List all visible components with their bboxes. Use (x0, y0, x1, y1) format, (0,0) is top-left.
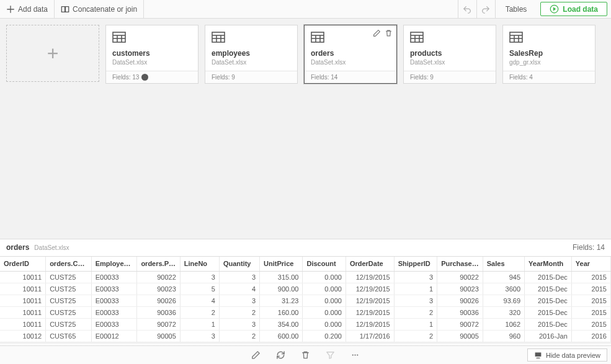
cell: E00033 (91, 319, 137, 331)
column-header[interactable]: orders.Prod... (137, 257, 180, 272)
table-card[interactable]: SalesRepgdp_gr.xlsxFields: 4 (502, 25, 595, 84)
cell: 2015-Dec (525, 283, 572, 295)
cell: 2015 (571, 307, 610, 319)
cell: 2 (180, 307, 219, 319)
preview-action-bar: Hide data preview (0, 345, 611, 364)
column-header[interactable]: ShipperID (394, 257, 437, 272)
table-icon (410, 32, 424, 43)
filter-icon (326, 350, 335, 360)
column-header[interactable]: PurchasedP... (437, 257, 483, 272)
cell: 0.000 (303, 307, 346, 319)
cell: E00033 (91, 307, 137, 319)
cell: 0.000 (303, 295, 346, 307)
column-header[interactable]: UnitPrice (260, 257, 303, 272)
table-card[interactable]: employeesDataSet.xlsxFields: 9 (205, 25, 298, 84)
filter-button[interactable] (324, 349, 337, 362)
svg-rect-0 (61, 6, 65, 12)
add-data-button[interactable]: Add data (0, 0, 55, 18)
table-row[interactable]: 10011CUST25E00033900264331.230.00012/19/… (0, 295, 611, 307)
view-select-label: Tables (506, 5, 527, 14)
table-card-name: orders (311, 49, 390, 58)
table-row[interactable]: 10011CUST25E000339007213354.000.00012/19… (0, 319, 611, 331)
svg-point-29 (352, 354, 354, 355)
column-header[interactable]: Sales (483, 257, 524, 272)
column-header[interactable]: YearMonth (525, 257, 572, 272)
cell: 2015-Dec (525, 295, 572, 307)
add-table-card[interactable]: + (6, 25, 99, 82)
cell: 1/17/2016 (346, 331, 394, 342)
cell: 2015-Dec (525, 272, 572, 283)
view-select[interactable]: Tables (495, 0, 537, 18)
cell: 2015 (571, 295, 610, 307)
cell: 1 (394, 319, 437, 331)
delete-button[interactable] (300, 349, 312, 362)
table-icon (212, 32, 225, 43)
cell: 90026 (137, 295, 180, 307)
trash-icon[interactable] (385, 29, 393, 37)
cell: 93.69 (483, 295, 524, 307)
table-row[interactable]: 10011CUST25E000339003622160.000.00012/19… (0, 307, 611, 319)
hide-data-preview-button[interactable]: Hide data preview (527, 348, 607, 362)
cell: 2016 (571, 331, 610, 342)
redo-button[interactable] (476, 0, 495, 18)
column-header[interactable]: EmployeeKey (91, 257, 137, 272)
edit-button[interactable] (250, 349, 262, 362)
column-header[interactable]: Quantity (219, 257, 259, 272)
table-card-footer: Fields: 9 (205, 71, 297, 83)
cell: 2 (219, 307, 259, 319)
table-card[interactable]: customersDataSet.xlsxFields: 13 (105, 25, 198, 84)
cell: 4 (180, 295, 219, 307)
more-button[interactable] (349, 349, 362, 362)
cell: 12/19/2015 (346, 283, 394, 295)
column-header[interactable]: OrderDate (346, 257, 394, 272)
pencil-icon (251, 350, 261, 360)
plus-icon (6, 5, 15, 14)
card-actions (373, 29, 393, 37)
table-row[interactable]: 10011CUST25E000339002233315.000.00012/19… (0, 272, 611, 283)
cell: 12/19/2015 (346, 319, 394, 331)
table-row[interactable]: 10012CUST65E000129000532600.000.2001/17/… (0, 331, 611, 342)
cell: 945 (483, 272, 524, 283)
cell: CUST25 (46, 319, 92, 331)
cell: CUST25 (46, 272, 92, 283)
column-header[interactable]: Discount (303, 257, 346, 272)
table-row[interactable]: 10011CUST25E000339002354900.000.00012/19… (0, 283, 611, 295)
cell: 3600 (483, 283, 524, 295)
cell: 90005 (137, 331, 180, 342)
cell: 10011 (0, 283, 46, 295)
svg-rect-14 (311, 32, 324, 42)
cell: 960 (483, 331, 524, 342)
load-data-button[interactable]: Load data (540, 2, 607, 16)
table-card[interactable]: productsDataSet.xlsxFields: 9 (403, 25, 496, 84)
preview-fields-count: Fields: 14 (573, 243, 605, 252)
table-card-source: DataSet.xlsx (410, 59, 489, 66)
column-header[interactable]: orders.Cust... (46, 257, 92, 272)
tables-canvas: + customersDataSet.xlsxFields: 13employe… (0, 19, 611, 239)
table-card-footer: Fields: 13 (106, 71, 198, 83)
table-card-footer: Fields: 9 (404, 71, 496, 83)
cell: 3 (180, 272, 219, 283)
refresh-button[interactable] (275, 349, 287, 362)
cell: 3 (180, 331, 219, 342)
table-icon (112, 32, 126, 43)
column-header[interactable]: OrderID (0, 257, 46, 272)
cell: 90036 (437, 307, 483, 319)
table-card-name: products (410, 49, 489, 58)
pencil-icon[interactable] (373, 29, 381, 37)
column-header[interactable]: LineNo (180, 257, 219, 272)
table-icon-wrap (410, 32, 424, 43)
cell: 90022 (437, 272, 483, 283)
cell: 2 (394, 331, 437, 342)
trash-icon (301, 350, 310, 360)
cell: 2 (394, 307, 437, 319)
cell: 90036 (137, 307, 180, 319)
concatenate-button[interactable]: Concatenate or join (55, 0, 144, 18)
cell: 3 (394, 295, 437, 307)
table-card-source: DataSet.xlsx (112, 59, 192, 66)
table-card-fields: Fields: 14 (311, 74, 337, 81)
undo-button[interactable] (458, 0, 476, 18)
undo-icon (463, 5, 471, 14)
table-card[interactable]: ordersDataSet.xlsxFields: 14 (304, 25, 397, 84)
cell: 10011 (0, 307, 46, 319)
column-header[interactable]: Year (571, 257, 610, 272)
